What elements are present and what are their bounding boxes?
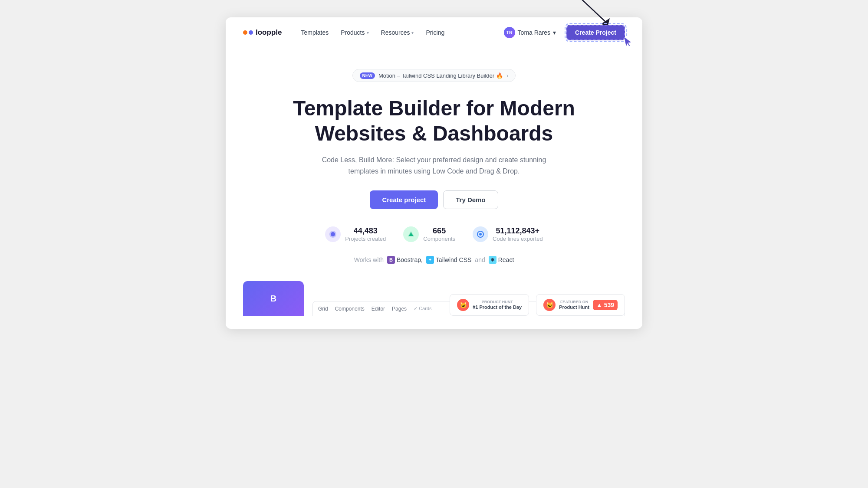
logo-dot-red <box>243 30 247 35</box>
create-project-button[interactable]: Create Project <box>566 25 625 40</box>
announcement-banner[interactable]: NEW Motion – Tailwind CSS Landing Librar… <box>352 69 516 82</box>
react-icon: ⚛ <box>489 256 496 264</box>
stat-components-number: 665 <box>423 226 455 236</box>
svg-point-7 <box>479 233 482 236</box>
toolbar-components: Components <box>335 306 365 312</box>
logo[interactable]: loopple <box>243 28 282 37</box>
tailwind-label: Tailwind CSS <box>436 256 471 263</box>
stat-components-content: 665 Components <box>423 226 455 242</box>
works-with-section: Works with B Boostrap, ✦ Tailwind CSS an… <box>354 256 514 264</box>
ph-badge-2-title: Product Hunt <box>559 304 589 310</box>
react-label: React <box>498 256 514 263</box>
ph-badges: 🐱 PRODUCT HUNT #1 Product of the Day 🐱 F… <box>450 294 625 316</box>
logo-dots <box>243 30 253 35</box>
ph-badge-2-content: FEATURED ON Product Hunt <box>559 300 589 310</box>
stat-codelines: 51,112,843+ Code lines exported <box>473 226 543 242</box>
ph-badge-1-title: #1 Product of the Day <box>473 304 522 310</box>
user-avatar: TR <box>504 27 515 38</box>
svg-point-3 <box>331 232 335 236</box>
ph-badge-1-label: PRODUCT HUNT <box>473 300 522 304</box>
stat-codelines-number: 51,112,843+ <box>493 226 543 236</box>
try-demo-button[interactable]: Try Demo <box>443 190 498 209</box>
cta-group: Create project Try Demo <box>370 190 498 209</box>
products-chevron: ▾ <box>367 30 369 35</box>
create-project-cta-button[interactable]: Create project <box>370 190 438 209</box>
stat-codelines-icon <box>473 226 488 242</box>
stat-projects-label: Projects created <box>345 236 386 242</box>
navbar: loopple Templates Products ▾ Resources ▾… <box>226 17 642 48</box>
nav-links: Templates Products ▾ Resources ▾ Pricing <box>296 26 484 39</box>
preview-bootstrap: B <box>243 281 304 316</box>
hero-subtitle: Code Less, Build More: Select your prefe… <box>317 154 551 177</box>
nav-link-templates[interactable]: Templates <box>296 26 334 39</box>
logo-dot-blue <box>249 30 253 35</box>
preview-bootstrap-letter: B <box>270 294 276 304</box>
main-content: NEW Motion – Tailwind CSS Landing Librar… <box>226 48 642 329</box>
bootstrap-badge: B Boostrap, <box>387 256 423 264</box>
bootstrap-icon: B <box>387 256 395 264</box>
stat-components: 665 Components <box>403 226 455 242</box>
toolbar-sub: ✓ Cards <box>414 306 431 311</box>
browser-window: loopple Templates Products ▾ Resources ▾… <box>226 17 642 329</box>
toolbar-editor: Editor <box>372 306 385 312</box>
stat-components-label: Components <box>423 236 455 242</box>
logo-text: loopple <box>256 28 282 37</box>
bootstrap-label: Boostrap, <box>397 256 423 263</box>
stat-codelines-content: 51,112,843+ Code lines exported <box>493 226 543 242</box>
react-badge: ⚛ React <box>489 256 514 264</box>
ph-badge-1-content: PRODUCT HUNT #1 Product of the Day <box>473 300 522 310</box>
toolbar-grid: Grid <box>318 306 328 312</box>
nav-link-resources[interactable]: Resources ▾ <box>376 26 419 39</box>
ph-badge-2-score: ▲ 539 <box>593 300 618 310</box>
and-separator: and <box>475 256 485 263</box>
stat-projects-number: 44,483 <box>345 226 386 236</box>
nav-link-products[interactable]: Products ▾ <box>335 26 374 39</box>
ph-badge-2: 🐱 FEATURED ON Product Hunt ▲ 539 <box>536 294 625 316</box>
banner-text: Motion – Tailwind CSS Landing Library Bu… <box>378 72 503 79</box>
nav-link-pricing[interactable]: Pricing <box>421 26 450 39</box>
ph-badge-2-icon: 🐱 <box>543 299 556 311</box>
nav-right: TR Toma Rares ▾ Create Project <box>499 24 625 41</box>
stat-projects-icon <box>325 226 341 242</box>
ph-badge-2-label: FEATURED ON <box>559 300 589 304</box>
tailwind-icon: ✦ <box>426 256 434 264</box>
hero-title: Template Builder for Modern Websites & D… <box>293 96 575 146</box>
resources-chevron: ▾ <box>411 30 414 35</box>
stat-projects-content: 44,483 Projects created <box>345 226 386 242</box>
stat-components-icon <box>403 226 419 242</box>
user-menu-button[interactable]: TR Toma Rares ▾ <box>499 24 561 41</box>
stats-row: 44,483 Projects created 665 Components <box>325 226 542 242</box>
user-chevron: ▾ <box>553 29 556 36</box>
tailwind-badge: ✦ Tailwind CSS <box>426 256 471 264</box>
banner-new-label: NEW <box>360 72 375 79</box>
preview-area: B Grid Components Editor Pages ✓ Cards ⓘ… <box>243 277 625 316</box>
ph-badge-1: 🐱 PRODUCT HUNT #1 Product of the Day <box>450 294 529 316</box>
ph-badge-1-icon: 🐱 <box>457 299 469 311</box>
toolbar-pages: Pages <box>392 306 407 312</box>
stat-codelines-label: Code lines exported <box>493 236 543 242</box>
stat-projects: 44,483 Projects created <box>325 226 386 242</box>
banner-chevron-icon: › <box>506 72 509 79</box>
works-with-label: Works with <box>354 256 384 263</box>
cursor-annotation <box>622 37 633 47</box>
